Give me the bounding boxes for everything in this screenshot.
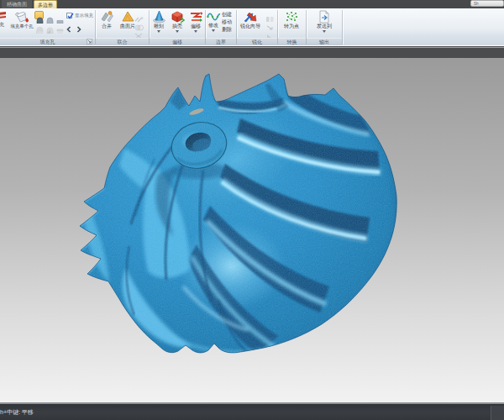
modify-label: 修改 xyxy=(208,23,218,29)
fill-complete-button[interactable] xyxy=(34,21,44,29)
ribbon: 充 填充单个孔 xyxy=(0,8,504,46)
ribbon-group-offset: 雕刻 抽壳 偏移 xyxy=(150,8,205,45)
convert-to-points-icon xyxy=(284,10,299,24)
status-hint: h+中键: 平移 xyxy=(0,408,34,417)
surface-patch-icon xyxy=(121,10,135,24)
group-label-sharpen: 锐化 xyxy=(237,38,277,45)
send-to-icon xyxy=(318,10,331,24)
group-label-boundary: 边界 xyxy=(206,38,236,45)
fill-curvature-button[interactable] xyxy=(34,11,44,19)
status-bar: h+中键: 平移 xyxy=(0,402,504,420)
partial-fill-button[interactable]: 充 xyxy=(0,10,7,28)
group-label-combine: 联合 xyxy=(96,38,149,45)
delete-menu-item[interactable]: 删除 xyxy=(222,26,232,33)
shell-button[interactable]: 抽壳 xyxy=(168,10,186,33)
boolean-button[interactable] xyxy=(134,18,144,26)
fill-single-hole-icon xyxy=(14,10,29,24)
toolbar-separator-strip xyxy=(0,47,504,58)
sharpen-wizard-icon xyxy=(243,10,258,24)
fill-partial-icon xyxy=(46,27,54,34)
send-to-label: 发送到 xyxy=(317,24,332,29)
ribbon-group-output: 发送到 输出 xyxy=(307,8,342,45)
create-label: 创建 xyxy=(222,12,232,17)
move-menu-item[interactable]: 移动 xyxy=(222,18,232,25)
previous-hole-button[interactable] xyxy=(65,22,73,30)
show-fill-label: 显示填充 xyxy=(75,12,93,18)
corner-button[interactable] xyxy=(265,27,275,34)
fill-bridge-icon xyxy=(56,27,64,34)
ribbon-group-combine: 合并 曲面片 联合 xyxy=(96,8,149,45)
sculpt-button[interactable]: 雕刻 xyxy=(150,10,168,33)
tab-exact-surface[interactable]: 精确曲面 xyxy=(2,0,32,8)
show-fill-checkbox[interactable] xyxy=(66,13,72,18)
fill-partial-button[interactable] xyxy=(45,21,54,29)
trim-button[interactable] xyxy=(134,27,144,34)
create-menu-item[interactable]: 创建 xyxy=(222,11,232,18)
stitch-button[interactable] xyxy=(134,10,144,18)
send-to-dropdown-caret[interactable] xyxy=(323,30,326,33)
offset-button[interactable]: 偏移 xyxy=(186,10,205,33)
dialog-launcher-icon[interactable] xyxy=(87,39,92,45)
extend-button[interactable] xyxy=(265,18,275,26)
next-hole-button[interactable] xyxy=(75,22,83,30)
shell-dropdown-caret[interactable] xyxy=(176,30,179,33)
impeller-mesh xyxy=(0,58,504,402)
sculpt-icon xyxy=(152,10,166,24)
statusbar-grip xyxy=(491,406,504,420)
modify-button[interactable]: 修改 xyxy=(206,10,221,32)
ribbon-group-boundary: 修改 创建 移动 删除 边界 xyxy=(206,8,236,45)
chevron-right-icon xyxy=(75,25,83,34)
fill-tangent-button[interactable] xyxy=(45,11,54,19)
ribbon-group-convert: 转为点 转换 xyxy=(278,8,306,45)
delete-label: 删除 xyxy=(222,27,232,32)
fill-flat-button[interactable] xyxy=(55,11,64,19)
fill-single-hole-button[interactable]: 填充单个孔 xyxy=(7,10,37,29)
modify-dropdown-caret[interactable] xyxy=(212,29,215,32)
tab-polygon[interactable]: 多边形 xyxy=(34,0,57,8)
overflow-button[interactable]: Sh xyxy=(470,0,504,7)
convert-to-points-label: 转为点 xyxy=(284,24,299,29)
sculpt-dropdown-caret[interactable] xyxy=(157,30,160,33)
merge-label: 合并 xyxy=(102,24,112,29)
merge-icon xyxy=(100,10,114,24)
sharpen-wizard-button[interactable]: 锐化向导 xyxy=(238,10,263,29)
ribbon-group-sharpen: 锐化向导 锐化 xyxy=(237,8,277,45)
ribbon-tab-bar: 精确曲面 多边形 Sh xyxy=(0,0,504,8)
modify-icon xyxy=(207,10,221,23)
sculpt-label: 雕刻 xyxy=(154,24,164,29)
sharpen-wizard-label: 锐化向导 xyxy=(240,24,260,29)
group-label-offset: 偏移 xyxy=(150,38,205,45)
fill-single-hole-label: 填充单个孔 xyxy=(10,24,34,29)
partial-button-label: 充 xyxy=(0,22,4,28)
send-to-button[interactable]: 发送到 xyxy=(312,10,336,33)
shell-icon xyxy=(171,10,185,24)
fill-all-icon xyxy=(0,10,7,22)
convert-to-points-button[interactable]: 转为点 xyxy=(280,10,303,29)
3d-viewport[interactable] xyxy=(0,58,504,402)
merge-button[interactable]: 合并 xyxy=(97,10,117,29)
fill-bridge-button[interactable] xyxy=(55,21,64,29)
chevron-left-icon xyxy=(65,25,73,34)
group-label-output: 输出 xyxy=(307,38,342,45)
group-label-convert: 转换 xyxy=(278,38,306,45)
ribbon-group-fill-holes: 充 填充单个孔 xyxy=(0,8,95,45)
group-label-fill-holes: 填充孔 xyxy=(0,38,95,45)
fill-complete-icon xyxy=(36,27,44,34)
check-icon xyxy=(66,12,75,20)
offset-label: 偏移 xyxy=(191,24,201,29)
offset-icon xyxy=(189,10,203,24)
offset-dropdown-caret[interactable] xyxy=(194,30,197,33)
shell-label: 抽壳 xyxy=(172,24,182,29)
move-label: 移动 xyxy=(222,19,232,24)
application-window: 精确曲面 多边形 Sh 充 填充单个孔 xyxy=(0,0,504,420)
defeature-button[interactable] xyxy=(265,10,275,18)
